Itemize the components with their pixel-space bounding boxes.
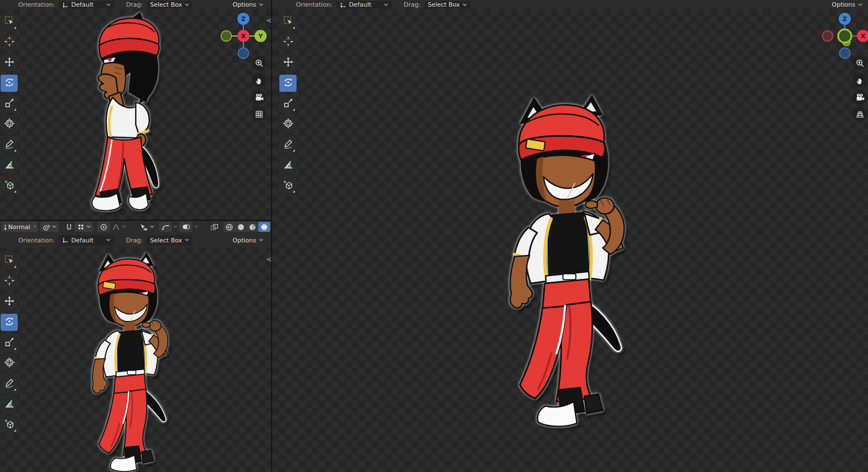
proportional-falloff-dropdown[interactable] [110, 222, 128, 232]
character-render-side[interactable] [86, 13, 174, 216]
tool-settings-header: Orientation: Default Drag: Select Box Op… [0, 233, 271, 247]
orientation-axis-icon [62, 237, 69, 243]
chevron-down-icon [858, 3, 862, 7]
tool-annotate-button[interactable] [1, 375, 18, 392]
axis-z-negative[interactable] [238, 48, 249, 59]
show-overlays-toggle[interactable] [179, 222, 193, 232]
tool-measure-button[interactable] [1, 157, 18, 174]
tool-add-cube-button[interactable] [279, 177, 297, 194]
tool-scale-button[interactable] [279, 95, 297, 112]
drag-dropdown[interactable]: Select Box [147, 1, 193, 9]
character-render-front[interactable] [82, 252, 174, 472]
options-button[interactable]: Options [230, 235, 267, 246]
axis-y-negative[interactable] [221, 31, 232, 42]
tool-add-cube-button[interactable] [1, 177, 18, 194]
xray-icon [210, 223, 219, 231]
zoom-button[interactable] [853, 56, 867, 70]
options-button[interactable]: Options [829, 1, 866, 9]
viewport-canvas[interactable]: Z X [272, 9, 868, 472]
transform-orientation-icon [3, 224, 7, 231]
tool-add-cube-button[interactable] [1, 416, 18, 433]
viewport-side-view[interactable]: Orientation: Default Drag: Select Box Op… [0, 0, 271, 220]
orientation-dropdown[interactable]: Default [336, 1, 392, 9]
object-visibility-dropdown[interactable] [138, 222, 156, 232]
viewport-main-view[interactable]: Orientation: Default Drag: Select Box Op… [272, 0, 868, 472]
chevron-down-icon [194, 225, 199, 229]
add-cube-icon [4, 418, 15, 431]
grid-ortho-button[interactable] [252, 107, 266, 121]
snap-increment-icon [77, 223, 85, 231]
tool-rotate-button[interactable] [1, 75, 18, 92]
cursor-3d-icon [4, 36, 15, 49]
shading-material-button[interactable] [247, 222, 258, 232]
tool-scale-button[interactable] [1, 334, 18, 351]
shading-rendered-button[interactable] [258, 222, 270, 232]
tool-annotate-button[interactable] [279, 136, 297, 153]
tool-measure-button[interactable] [279, 157, 297, 174]
falloff-curve-icon [112, 223, 121, 231]
axis-gizmo[interactable]: Z X [820, 11, 868, 61]
snap-target-dropdown[interactable] [75, 222, 93, 232]
editor-divider-horizontal[interactable] [0, 220, 271, 221]
orientation-dropdown[interactable]: Default [59, 1, 114, 9]
drag-dropdown[interactable]: Select Box [424, 1, 470, 9]
tool-annotate-button[interactable] [1, 136, 18, 153]
tool-rotate-button[interactable] [279, 75, 297, 92]
snap-toggle[interactable] [63, 222, 75, 232]
drag-dropdown[interactable]: Select Box [147, 235, 193, 246]
axis-x-negative[interactable] [823, 31, 833, 42]
tool-move-button[interactable] [279, 54, 297, 71]
shading-wireframe-button[interactable] [224, 222, 235, 232]
tool-move-button[interactable] [1, 293, 18, 310]
chevron-down-icon [259, 238, 263, 242]
tool-rotate-button[interactable] [1, 314, 18, 331]
tool-cursor-button[interactable] [279, 34, 297, 51]
zoom-button[interactable] [252, 56, 266, 70]
tool-scale-button[interactable] [1, 95, 18, 112]
tool-select-box-button[interactable] [279, 13, 297, 30]
cursor-3d-icon [283, 36, 294, 49]
transform-orientation-dropdown[interactable]: Normal [1, 222, 38, 232]
show-gizmos-dropdown[interactable] [171, 222, 179, 232]
sidebar-toggle[interactable]: < [266, 257, 271, 262]
viewport-canvas[interactable]: < [0, 247, 271, 472]
chevron-down-icon [122, 225, 126, 229]
editor-divider-vertical[interactable] [271, 0, 272, 472]
tool-select-box-button[interactable] [1, 252, 18, 269]
tool-cursor-button[interactable] [1, 34, 18, 51]
axis-y[interactable] [838, 29, 851, 43]
pivot-point-dropdown[interactable] [40, 222, 59, 232]
pan-button[interactable] [853, 73, 867, 87]
pan-button[interactable] [252, 73, 266, 87]
axis-gizmo[interactable]: Z Y X [219, 11, 268, 61]
select-box-icon [4, 255, 15, 267]
proportional-editing-toggle[interactable] [97, 222, 110, 232]
tool-move-button[interactable] [1, 54, 18, 71]
camera-view-button[interactable] [853, 90, 867, 105]
options-button[interactable]: Options [230, 1, 267, 9]
show-overlays-dropdown[interactable] [193, 222, 200, 232]
transform-icon [4, 357, 15, 370]
move-icon [283, 56, 294, 69]
camera-view-button[interactable] [252, 90, 266, 105]
grid-perspective-button[interactable] [853, 107, 867, 121]
tool-transform-button[interactable] [1, 355, 18, 372]
viewport-front-view[interactable]: Normal [0, 221, 271, 472]
tool-cursor-button[interactable] [1, 273, 18, 290]
shading-rendered-icon [260, 223, 268, 231]
tool-transform-button[interactable] [1, 116, 18, 133]
chevron-down-icon [185, 238, 189, 242]
xray-toggle[interactable] [208, 222, 220, 232]
show-gizmos-toggle[interactable] [159, 222, 171, 232]
axis-z-negative[interactable] [840, 48, 850, 59]
tool-transform-button[interactable] [279, 116, 297, 133]
orientation-dropdown[interactable]: Default [59, 235, 114, 246]
tool-select-box-button[interactable] [1, 13, 18, 30]
tool-measure-button[interactable] [1, 396, 18, 413]
viewport-canvas[interactable]: Z Y X < [0, 9, 271, 220]
shading-solid-button[interactable] [235, 222, 247, 232]
sidebar-toggle[interactable]: < [266, 18, 271, 23]
tool-settings-header: Orientation: Default Drag: Select Box Op… [0, 0, 271, 9]
orientation-label: Orientation: [18, 237, 55, 244]
character-render-front-large[interactable] [494, 95, 634, 439]
